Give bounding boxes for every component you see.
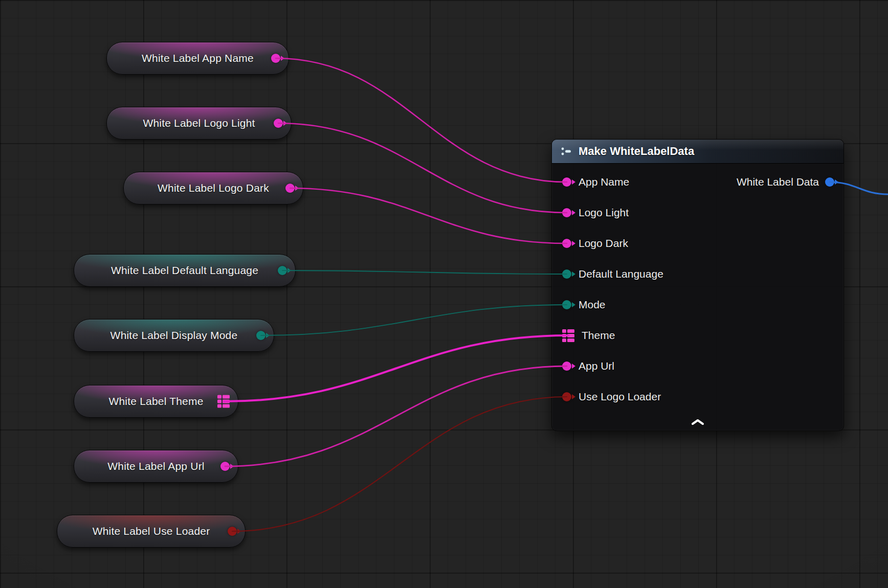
wire-var-theme xyxy=(224,335,568,401)
variable-node-white-label-app-name[interactable]: White Label App Name xyxy=(106,42,289,75)
pin-row-theme: Theme xyxy=(552,320,843,351)
variable-node-label: White Label Use Loader xyxy=(93,525,210,537)
graph-canvas[interactable]: White Label App Name White Label Logo Li… xyxy=(0,0,888,588)
struct-output-pin[interactable] xyxy=(825,177,834,187)
node-header[interactable]: Make WhiteLabelData xyxy=(552,140,843,164)
pin-row-app-url: App Url xyxy=(552,351,843,381)
collapse-button[interactable] xyxy=(687,416,708,427)
variable-node-white-label-logo-light[interactable]: White Label Logo Light xyxy=(106,107,292,140)
pin-row-default-language: Default Language xyxy=(552,259,843,289)
boolean-input-pin[interactable] xyxy=(562,392,571,401)
variable-node-label: White Label Default Language xyxy=(111,264,258,277)
string-output-pin[interactable] xyxy=(274,119,283,128)
pin-label: App Name xyxy=(579,176,629,188)
make-whitelabeldata-node[interactable]: Make WhiteLabelData App Name Logo Light … xyxy=(551,139,844,431)
pin-row-mode: Mode xyxy=(552,289,843,320)
wire-var-use-loader xyxy=(232,397,567,531)
variable-node-white-label-use-loader[interactable]: White Label Use Loader xyxy=(57,515,246,548)
enum-output-pin[interactable] xyxy=(256,331,265,340)
variable-node-white-label-default-language[interactable]: White Label Default Language xyxy=(74,254,296,287)
pin-label: App Url xyxy=(579,360,614,372)
string-output-pin[interactable] xyxy=(271,54,280,63)
pin-label: Theme xyxy=(582,329,615,342)
variable-node-white-label-display-mode[interactable]: White Label Display Mode xyxy=(74,319,274,352)
enum-input-pin[interactable] xyxy=(562,300,571,309)
variable-node-label: White Label App Url xyxy=(107,460,204,472)
pin-label: Logo Light xyxy=(579,207,629,219)
node-title: Make WhiteLabelData xyxy=(579,145,694,158)
wire-var-display-mode xyxy=(261,305,567,335)
string-input-pin[interactable] xyxy=(562,177,571,187)
make-struct-icon xyxy=(560,145,572,157)
pin-label: White Label Data xyxy=(737,176,819,188)
wire-var-app-name xyxy=(276,58,567,182)
chevron-up-icon xyxy=(691,419,704,425)
enum-output-pin[interactable] xyxy=(278,266,287,275)
variable-node-label: White Label Logo Dark xyxy=(158,182,269,194)
string-input-pin[interactable] xyxy=(562,208,571,217)
struct-output-pin-icon[interactable] xyxy=(217,395,230,408)
variable-node-label: White Label Logo Light xyxy=(143,117,255,129)
variable-node-white-label-theme[interactable]: White Label Theme xyxy=(74,385,238,418)
string-output-pin[interactable] xyxy=(285,184,295,193)
variable-node-label: White Label App Name xyxy=(142,52,254,64)
string-input-pin[interactable] xyxy=(562,361,571,371)
wire-var-default-language xyxy=(282,270,567,274)
pin-label: Logo Dark xyxy=(579,237,628,250)
pin-row-use-logo-loader: Use Logo Loader xyxy=(552,381,843,412)
pin-label: Default Language xyxy=(579,268,663,280)
enum-input-pin[interactable] xyxy=(562,269,571,279)
variable-node-white-label-app-url[interactable]: White Label App Url xyxy=(74,450,238,483)
variable-node-white-label-logo-dark[interactable]: White Label Logo Dark xyxy=(123,172,303,205)
pin-label: Use Logo Loader xyxy=(579,391,661,403)
pin-row-logo-dark: Logo Dark xyxy=(552,228,843,259)
wire-var-logo-light xyxy=(278,123,567,213)
variable-node-label: White Label Theme xyxy=(108,395,203,408)
pin-label: Mode xyxy=(579,299,606,311)
string-output-pin[interactable] xyxy=(220,462,230,471)
wire-var-logo-dark xyxy=(290,188,567,243)
boolean-output-pin[interactable] xyxy=(228,527,237,536)
string-input-pin[interactable] xyxy=(562,239,571,248)
struct-input-pin-icon[interactable] xyxy=(562,329,574,342)
node-body: App Name Logo Light Logo Dark Default La… xyxy=(552,164,843,431)
output-row-white-label-data: White Label Data xyxy=(737,167,834,197)
variable-node-label: White Label Display Mode xyxy=(110,329,238,342)
wire-var-app-url xyxy=(225,366,567,466)
pin-row-logo-light: Logo Light xyxy=(552,197,843,228)
